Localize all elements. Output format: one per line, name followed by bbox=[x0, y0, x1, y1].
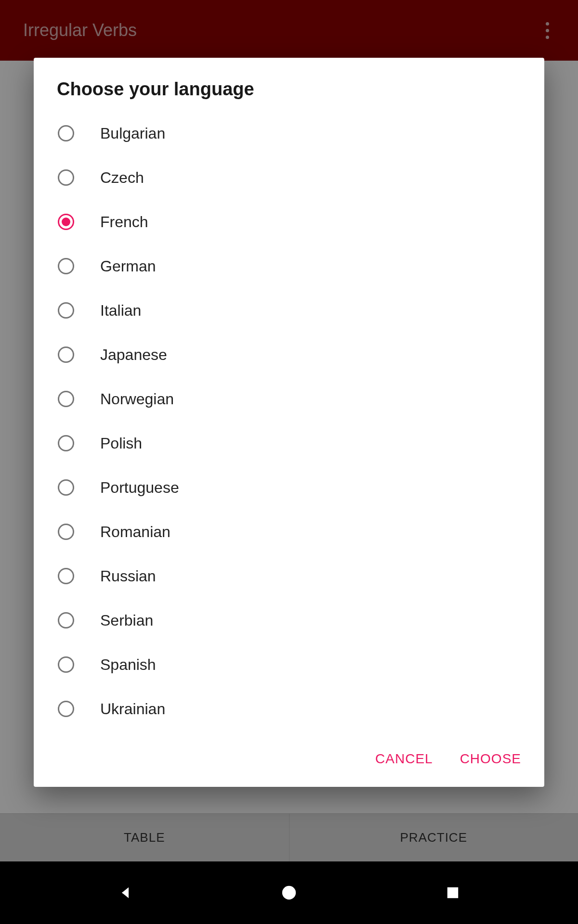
radio-icon bbox=[58, 346, 74, 363]
nav-recent-icon[interactable] bbox=[443, 883, 462, 902]
radio-icon bbox=[58, 258, 74, 274]
cancel-button[interactable]: CANCEL bbox=[373, 745, 435, 772]
language-option[interactable]: Norwegian bbox=[34, 377, 544, 421]
radio-icon bbox=[58, 302, 74, 319]
language-option-label: Ukrainian bbox=[100, 700, 165, 718]
language-option[interactable]: Japanese bbox=[34, 333, 544, 377]
choose-button[interactable]: CHOOSE bbox=[458, 745, 523, 772]
language-option[interactable]: Russian bbox=[34, 554, 544, 598]
language-option[interactable]: French bbox=[34, 200, 544, 244]
language-option[interactable]: Spanish bbox=[34, 642, 544, 687]
language-option-label: German bbox=[100, 257, 156, 275]
language-option-label: Spanish bbox=[100, 656, 156, 674]
language-dialog: Choose your language BulgarianCzechFrenc… bbox=[34, 58, 544, 787]
radio-icon bbox=[58, 701, 74, 717]
radio-icon bbox=[58, 479, 74, 496]
language-option-label: Russian bbox=[100, 567, 156, 585]
language-option[interactable]: Bulgarian bbox=[34, 111, 544, 155]
svg-point-0 bbox=[282, 886, 296, 899]
language-option-label: Norwegian bbox=[100, 390, 174, 408]
dialog-scrim[interactable]: Choose your language BulgarianCzechFrenc… bbox=[0, 0, 578, 861]
svg-rect-1 bbox=[447, 887, 459, 898]
language-option-label: Polish bbox=[100, 435, 142, 452]
language-option-list: BulgarianCzechFrenchGermanItalianJapanes… bbox=[34, 111, 544, 731]
language-option-label: Romanian bbox=[100, 523, 171, 541]
language-option[interactable]: German bbox=[34, 244, 544, 288]
radio-icon bbox=[58, 656, 74, 673]
language-option-label: Portuguese bbox=[100, 479, 179, 497]
radio-icon bbox=[58, 612, 74, 629]
language-option[interactable]: Romanian bbox=[34, 510, 544, 554]
radio-icon bbox=[58, 568, 74, 584]
language-option[interactable]: Italian bbox=[34, 288, 544, 333]
language-option-label: Bulgarian bbox=[100, 125, 165, 142]
language-option[interactable]: Portuguese bbox=[34, 465, 544, 510]
nav-home-icon[interactable] bbox=[279, 883, 299, 902]
language-option-label: Serbian bbox=[100, 612, 153, 629]
radio-icon bbox=[58, 214, 74, 230]
language-option[interactable]: Polish bbox=[34, 421, 544, 465]
android-nav-bar bbox=[0, 861, 578, 924]
language-option-label: French bbox=[100, 213, 148, 231]
dialog-actions: CANCEL CHOOSE bbox=[34, 731, 544, 772]
nav-back-icon[interactable] bbox=[116, 883, 135, 902]
radio-icon bbox=[58, 125, 74, 141]
radio-icon bbox=[58, 391, 74, 407]
language-option[interactable]: Serbian bbox=[34, 598, 544, 642]
language-option-label: Italian bbox=[100, 302, 141, 320]
dialog-title: Choose your language bbox=[34, 79, 544, 111]
language-option-label: Czech bbox=[100, 169, 144, 187]
radio-icon bbox=[58, 169, 74, 186]
radio-icon bbox=[58, 435, 74, 451]
language-option[interactable]: Czech bbox=[34, 155, 544, 200]
radio-icon bbox=[58, 524, 74, 540]
language-option[interactable]: Ukrainian bbox=[34, 687, 544, 731]
language-option-label: Japanese bbox=[100, 346, 167, 364]
